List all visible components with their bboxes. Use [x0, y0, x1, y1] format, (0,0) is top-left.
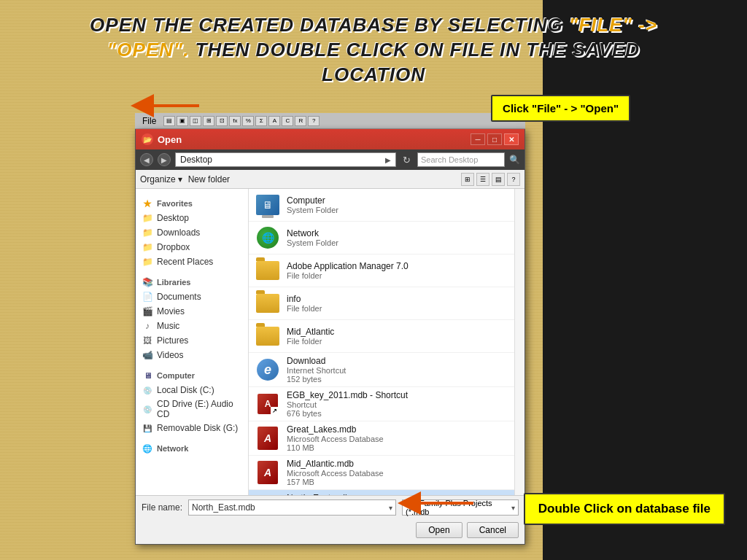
sidebar-item-pictures[interactable]: 🖼 Pictures — [136, 333, 248, 348]
file-item-info[interactable]: info File folder — [249, 287, 514, 320]
tb-icon-9: A — [268, 116, 280, 126]
new-folder-button[interactable]: New folder — [188, 174, 230, 184]
organize-dropdown-icon: ▾ — [178, 174, 182, 184]
view-icon-grid[interactable]: ⊞ — [461, 173, 474, 186]
close-button[interactable]: ✕ — [504, 133, 519, 145]
help-button[interactable]: ? — [507, 173, 520, 186]
libraries-section: 📚 Libraries 📄 Documents 🎬 Movies ♪ Music — [136, 275, 248, 362]
open-button[interactable]: Open — [416, 522, 462, 538]
removable-disk-icon: 💾 — [142, 422, 153, 434]
computer-icon: 🖥 — [142, 370, 153, 381]
dialog-toolbar: Organize ▾ New folder ⊞ ☰ ▤ ? — [136, 170, 525, 189]
arrow-file-menu — [148, 97, 206, 117]
dropbox-folder-icon: 📁 — [142, 241, 153, 253]
mid-atlantic-mdb-icon: A — [255, 459, 281, 486]
search-field[interactable]: Search Desktop — [417, 152, 505, 167]
slide-title: Open the created database by selecting "… — [0, 0, 747, 94]
download-shortcut-icon: e — [255, 357, 281, 383]
back-button[interactable]: ◀ — [140, 153, 153, 166]
view-options: ⊞ ☰ ▤ ? — [461, 173, 520, 186]
dialog-icon: 📂 — [142, 133, 153, 145]
filename-input[interactable]: North_East.mdb ▾ — [188, 499, 396, 516]
search-placeholder: Search Desktop — [421, 155, 478, 164]
sidebar-item-recent[interactable]: 📁 Recent Places — [136, 254, 248, 269]
view-icon-list[interactable]: ☰ — [476, 173, 489, 186]
videos-icon: 📹 — [142, 349, 153, 361]
scrollbar[interactable] — [514, 189, 525, 495]
filetype-dropdown-arrow: ▾ — [511, 504, 515, 512]
sidebar-item-documents[interactable]: 📄 Documents — [136, 289, 248, 304]
file-item-adobe[interactable]: Adobe Application Manager 7.0 File folde… — [249, 254, 514, 287]
organize-button[interactable]: Organize ▾ — [140, 174, 182, 184]
callout-double-click: Double Click on database file — [524, 493, 725, 525]
network-header: 🌐 Network — [136, 441, 248, 456]
file-item-network[interactable]: 🌐 Network System Folder — [249, 222, 514, 254]
view-icon-details[interactable]: ▤ — [492, 173, 505, 186]
address-field[interactable]: Desktop ▶ — [175, 152, 396, 167]
file-item-download[interactable]: e Download Internet Shortcut 152 bytes — [249, 353, 514, 387]
cd-drive-icon: 💿 — [142, 403, 153, 415]
filename-value: North_East.mdb — [192, 502, 255, 513]
music-icon: ♪ — [142, 320, 153, 332]
file-item-mid-atlantic-folder[interactable]: Mid_Atlantic File folder — [249, 320, 514, 353]
computer-file-icon: 🖥 — [255, 192, 281, 218]
arrow-double-click — [415, 494, 481, 515]
computer-header: 🖥 Computer — [136, 368, 248, 383]
address-text: Desktop — [180, 155, 382, 165]
minimize-button[interactable]: ─ — [471, 133, 485, 145]
dialog-content: ★ Favorites 📁 Desktop 📁 Downloads 📁 Drop… — [136, 189, 525, 495]
open-dialog-window: File ▤ ▣ ◫ ⊞ ⊡ fx % Σ A C R ? 📂 Open ─ □… — [135, 113, 525, 545]
tb-icon-7: % — [242, 116, 254, 126]
filename-label: File name: — [142, 502, 182, 513]
tb-icon-5: ⊡ — [216, 116, 228, 126]
window-controls: ─ □ ✕ — [471, 133, 519, 145]
great-lakes-icon: A — [255, 425, 281, 451]
sidebar-item-music[interactable]: ♪ Music — [136, 319, 248, 333]
network-file-icon: 🌐 — [255, 225, 281, 251]
filename-dropdown-arrow: ▾ — [389, 504, 392, 512]
mid-atlantic-folder-icon — [255, 323, 281, 349]
address-dropdown-arrow: ▶ — [385, 156, 391, 164]
tb-icon-8: Σ — [255, 116, 267, 126]
sidebar-item-dropbox[interactable]: 📁 Dropbox — [136, 240, 248, 254]
adobe-folder-icon — [255, 257, 281, 284]
network-icon: 🌐 — [142, 443, 153, 454]
file-item-egb-key[interactable]: A EGB_key_2011.mdb - Shortcut Shortcut 6… — [249, 387, 514, 421]
file-item-computer[interactable]: 🖥 Computer System Folder — [249, 189, 514, 222]
sidebar-item-movies[interactable]: 🎬 Movies — [136, 304, 248, 319]
movies-icon: 🎬 — [142, 306, 153, 317]
tb-icon-11: R — [295, 116, 306, 126]
local-disk-icon: 💿 — [142, 384, 153, 396]
refresh-button[interactable]: ↻ — [400, 155, 413, 166]
dialog-title: Open — [158, 134, 471, 145]
sidebar-item-local-disk[interactable]: 💿 Local Disk (C:) — [136, 383, 248, 397]
cancel-button[interactable]: Cancel — [467, 522, 519, 538]
recent-folder-icon: 📁 — [142, 256, 153, 268]
north-east-icon: A — [255, 494, 281, 495]
tb-icon-10: C — [282, 116, 293, 126]
info-folder-icon — [255, 290, 281, 316]
search-icon[interactable]: 🔍 — [509, 155, 520, 165]
file-list-pane: 🖥 Computer System Folder 🌐 Network Syste… — [249, 189, 514, 495]
file-item-mid-atlantic-mdb[interactable]: A Mid_Atlantic.mdb Microsoft Access Data… — [249, 456, 514, 490]
favorites-icon: ★ — [142, 198, 153, 209]
open-file-dialog: 📂 Open ─ □ ✕ ◀ ▶ Desktop ▶ ↻ Search Desk… — [135, 129, 525, 545]
navigation-pane: ★ Favorites 📁 Desktop 📁 Downloads 📁 Drop… — [136, 189, 249, 495]
address-bar: ◀ ▶ Desktop ▶ ↻ Search Desktop 🔍 — [136, 149, 525, 170]
file-item-great-lakes[interactable]: A Great_Lakes.mdb Microsoft Access Datab… — [249, 421, 514, 456]
sidebar-item-downloads[interactable]: 📁 Downloads — [136, 225, 248, 240]
sidebar-item-cd-drive[interactable]: 💿 CD Drive (E:) Audio CD — [136, 397, 248, 421]
sidebar-item-desktop[interactable]: 📁 Desktop — [136, 211, 248, 225]
desktop-folder-icon: 📁 — [142, 212, 153, 224]
libraries-icon: 📚 — [142, 276, 153, 288]
favorites-header: ★ Favorites — [136, 196, 248, 211]
callout-file-open: Click "File" - > "Open" — [491, 95, 630, 122]
sidebar-item-removable[interactable]: 💾 Removable Disk (G:) — [136, 421, 248, 435]
libraries-header: 📚 Libraries — [136, 275, 248, 289]
maximize-button[interactable]: □ — [487, 133, 502, 145]
tb-icon-6: fx — [229, 116, 241, 126]
dialog-title-bar: 📂 Open ─ □ ✕ — [136, 129, 525, 149]
sidebar-item-videos[interactable]: 📹 Videos — [136, 348, 248, 362]
forward-button[interactable]: ▶ — [158, 153, 171, 166]
documents-icon: 📄 — [142, 291, 153, 303]
